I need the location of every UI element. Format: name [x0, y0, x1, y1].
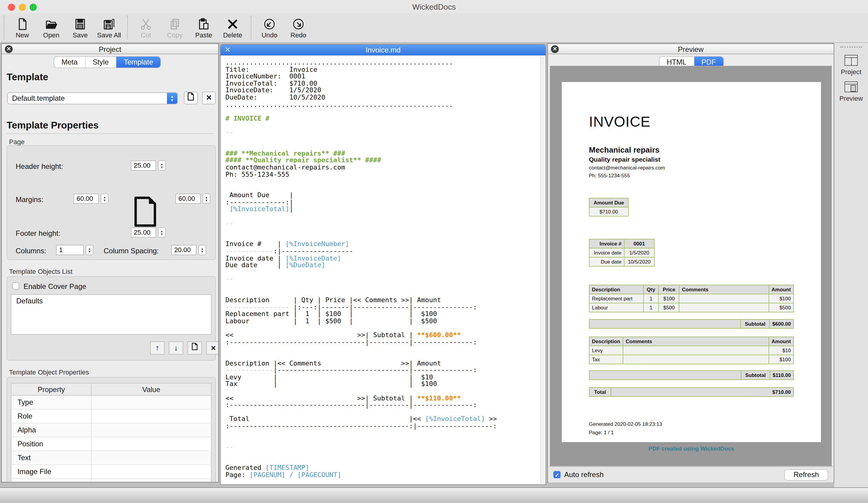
table-row[interactable]: Type: [11, 396, 211, 409]
move-up-button[interactable]: ↑: [150, 341, 165, 355]
company-name: Mechanical repairs: [589, 145, 659, 154]
enable-cover-checkbox[interactable]: [12, 282, 19, 289]
footer-height-stepper[interactable]: ▲▼: [158, 227, 166, 238]
subtotal-value: $600.00: [770, 319, 794, 328]
footer-height-input[interactable]: 25.00: [131, 227, 156, 238]
table-row[interactable]: Alpha: [11, 423, 211, 437]
editor-line: Invoice date | [%InvoiceDate]: [225, 255, 540, 262]
invoice-heading: INVOICE: [589, 113, 650, 130]
table-row[interactable]: Paint: [11, 479, 211, 482]
window-title: WickedDocs: [0, 2, 868, 11]
editor-line: Total |<< [%InvoiceTotal] >>: [225, 416, 540, 423]
pdf-footer-note: PDF created using WickedDocs: [562, 445, 821, 452]
editor-line: [225, 227, 540, 234]
undo-icon: [263, 17, 276, 30]
margin-left-stepper[interactable]: ▲▼: [101, 194, 108, 204]
project-panel-title: Project: [2, 45, 218, 54]
table-row: Invoice date1/5/2020: [589, 248, 654, 257]
project-panel: ✕ Project MetaStyleTemplate Template Def…: [1, 43, 219, 482]
object-props-label: Template Object Properties: [9, 369, 89, 376]
rail-item-project[interactable]: Project: [834, 55, 868, 75]
tab-style[interactable]: Style: [85, 57, 116, 68]
status-bar: [0, 487, 868, 503]
open-button[interactable]: Open: [38, 14, 64, 42]
editor-titlebar: ✕ Invoice.md: [220, 45, 546, 55]
template-objects-list[interactable]: Defaults: [11, 294, 211, 335]
tab-template[interactable]: Template: [117, 57, 161, 68]
editor-line: [225, 353, 540, 360]
delete-template-button[interactable]: ✕: [202, 92, 216, 104]
editor-line: [225, 325, 540, 332]
object-props-table[interactable]: Property Value TypeRoleAlphaPositionText…: [11, 383, 211, 482]
editor-window: ✕ Invoice.md ...........................…: [220, 44, 546, 485]
editor-line: InvoiceDate: 1/5/2020: [225, 87, 540, 94]
column-spacing-input[interactable]: 20.00: [171, 245, 196, 255]
columns-input[interactable]: 1: [56, 245, 84, 255]
copy-button: Copy: [162, 14, 188, 42]
rail-label-project: Project: [841, 68, 862, 75]
delete-object-button[interactable]: ✕: [206, 341, 219, 355]
editor-scrollbar[interactable]: [540, 56, 545, 484]
move-down-button[interactable]: ↓: [169, 341, 183, 355]
auto-refresh-label: Auto refresh: [564, 470, 604, 479]
new-template-button[interactable]: [184, 92, 198, 104]
save-button[interactable]: Save: [67, 14, 93, 42]
template-select-value: Default.template: [8, 93, 167, 104]
auto-refresh-checkbox[interactable]: ✓: [553, 471, 561, 478]
editor-line: [225, 213, 540, 220]
new-document-icon: [187, 92, 194, 101]
editor-line: Page: [PAGENUM] / [PAGECOUNT]: [225, 472, 540, 479]
pdf-viewport[interactable]: INVOICE Mechanical repairs Quality repai…: [550, 66, 832, 466]
editor-line: << >>| Subtotal | **$110.00**: [225, 395, 540, 402]
table-row: Due date10/5/2020: [589, 257, 654, 266]
editor-line: Title: Invoice: [225, 66, 540, 73]
rail-label-preview: Preview: [839, 95, 863, 102]
table-row[interactable]: Role: [11, 409, 211, 423]
template-select[interactable]: Default.template ▲▼: [7, 92, 178, 104]
paste-button[interactable]: Paste: [190, 14, 217, 42]
redo-icon: [292, 17, 305, 30]
editor-line: [225, 451, 540, 458]
table-row[interactable]: Position: [11, 437, 211, 451]
columns-stepper[interactable]: ▲▼: [85, 245, 93, 255]
amount-due-value: $710.00: [589, 207, 628, 216]
editor-text-area[interactable]: ........................................…: [221, 56, 540, 484]
total-label: Total: [589, 388, 611, 397]
editor-line: ---------------- |:---:|-------|--------…: [225, 304, 540, 311]
saveall-button[interactable]: Save All: [96, 14, 122, 42]
preview-panel-title: Preview: [548, 45, 834, 54]
invoice-info-table: Invoice #0001Invoice date1/5/2020Due dat…: [589, 239, 654, 267]
company-email: contact@mechanical-repairs.com: [589, 165, 665, 171]
tab-meta[interactable]: Meta: [54, 57, 85, 68]
rail-drag-handle[interactable]: [840, 47, 862, 49]
template-properties-title: Template Properties: [7, 120, 99, 131]
preview-panel: ✕ Preview HTMLPDF INVOICE Mechanical rep…: [547, 43, 834, 482]
new-button[interactable]: New: [9, 14, 35, 42]
undo-button[interactable]: Undo: [256, 14, 283, 42]
new-object-button[interactable]: [187, 341, 202, 355]
editor-line: Description |<< Comments >>| Amount: [225, 360, 540, 367]
delete-button[interactable]: Delete: [219, 14, 246, 42]
column-spacing-stepper[interactable]: ▲▼: [198, 245, 206, 255]
margin-right-stepper[interactable]: ▲▼: [203, 194, 210, 204]
divider: [7, 133, 214, 134]
margin-right-input[interactable]: 60.00: [175, 194, 201, 204]
editor-line: [225, 108, 540, 115]
table-row[interactable]: Text: [11, 451, 211, 465]
margins-label: Margins:: [16, 195, 43, 204]
editor-line: Tax | | $100: [225, 381, 540, 388]
refresh-button[interactable]: Refresh: [784, 469, 828, 481]
editor-line: InvoiceNumber: 0001: [225, 73, 540, 80]
margin-left-input[interactable]: 60.00: [74, 194, 99, 204]
redo-button[interactable]: Redo: [285, 14, 312, 42]
app-window: WickedDocs NewOpenSaveSave AllCutCopyPas…: [0, 0, 868, 503]
table-row[interactable]: Image File: [11, 465, 211, 479]
generated-timestamp: Generated 2020-02-05 18:23:13: [589, 421, 662, 427]
template-select-stepper[interactable]: ▲▼: [167, 93, 177, 104]
header-height-input[interactable]: 25.00: [131, 161, 156, 171]
project-panel-header: ✕ Project: [2, 44, 218, 54]
header-height-stepper[interactable]: ▲▼: [158, 161, 166, 171]
rail-item-preview[interactable]: Preview: [834, 81, 868, 102]
list-item[interactable]: Defaults: [11, 295, 211, 305]
footer-height-label: Footer height:: [16, 229, 60, 238]
